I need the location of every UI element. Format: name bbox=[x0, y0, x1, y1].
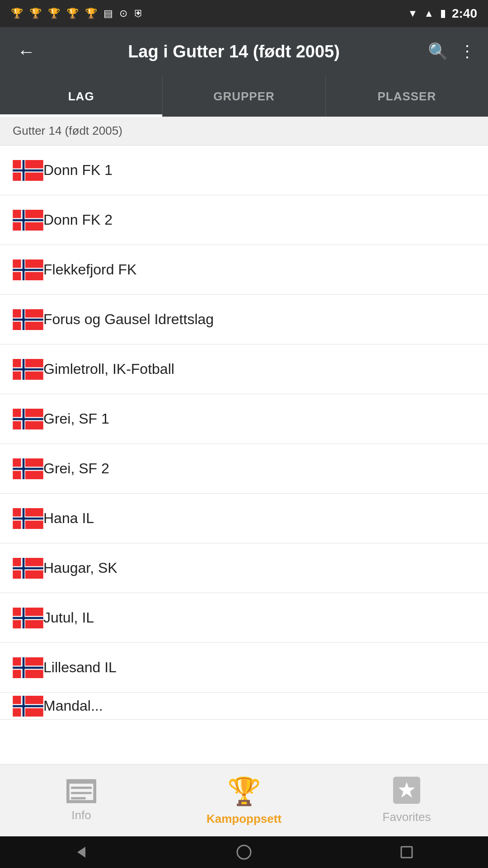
norway-flag-icon bbox=[13, 558, 43, 579]
norway-flag-icon bbox=[13, 259, 43, 280]
svg-point-70 bbox=[237, 845, 251, 859]
norway-flag-icon bbox=[13, 508, 43, 529]
status-icons-left: 🏆 🏆 🏆 🏆 🏆 ▤ ⊙ ⛨ bbox=[11, 8, 144, 19]
team-name: Mandal... bbox=[43, 698, 103, 714]
favorites-icon bbox=[393, 777, 420, 806]
circle-icon: ⊙ bbox=[119, 8, 127, 19]
android-home-button[interactable] bbox=[233, 841, 255, 863]
trophy-icon-3: 🏆 bbox=[48, 8, 60, 19]
svg-rect-34 bbox=[13, 467, 43, 470]
back-button[interactable]: ← bbox=[13, 37, 40, 66]
svg-rect-65 bbox=[71, 792, 92, 794]
team-list: Donn FK 1 Donn FK 2 Flekkefjord FK bbox=[0, 146, 488, 767]
nav-item-favorites[interactable]: Favorites bbox=[325, 777, 488, 824]
svg-rect-49 bbox=[13, 617, 43, 619]
svg-rect-62 bbox=[93, 782, 96, 803]
norway-flag-icon bbox=[13, 210, 43, 231]
time-display: 2:40 bbox=[452, 6, 477, 21]
norway-flag-icon bbox=[13, 309, 43, 330]
nav-item-info[interactable]: Info bbox=[0, 778, 163, 822]
status-icons-right: ▼ ▲ ▮ 2:40 bbox=[408, 6, 477, 21]
list-item[interactable]: Haugar, SK bbox=[0, 543, 488, 593]
android-recents-button[interactable] bbox=[395, 841, 418, 863]
team-name: Flekkefjord FK bbox=[43, 261, 136, 278]
list-item[interactable]: Gimletroll, IK-Fotball bbox=[0, 344, 488, 394]
signal-icon: ▲ bbox=[424, 8, 434, 19]
norway-flag-icon bbox=[13, 458, 43, 479]
list-item[interactable]: Donn FK 1 bbox=[0, 146, 488, 195]
page-title: Lag i Gutter 14 (født 2005) bbox=[49, 42, 419, 61]
nav-label-kampoppsett: Kampoppsett bbox=[206, 812, 282, 826]
svg-rect-39 bbox=[13, 517, 43, 519]
list-item[interactable]: Hana IL bbox=[0, 494, 488, 543]
list-item[interactable]: Grei, SF 2 bbox=[0, 444, 488, 494]
svg-rect-54 bbox=[13, 666, 43, 669]
tab-lag[interactable]: LAG bbox=[0, 76, 163, 117]
tab-grupper[interactable]: GRUPPER bbox=[163, 76, 325, 117]
norway-flag-icon bbox=[13, 608, 43, 628]
trophy-icon-2: 🏆 bbox=[29, 8, 42, 19]
nav-label-info: Info bbox=[71, 808, 91, 822]
svg-rect-19 bbox=[13, 318, 43, 321]
top-bar-actions: 🔍 ⋮ bbox=[428, 42, 475, 61]
team-name: Lillesand IL bbox=[43, 659, 117, 676]
norway-flag-icon bbox=[13, 160, 43, 181]
trophy-icon-4: 🏆 bbox=[66, 8, 79, 19]
list-item[interactable]: Grei, SF 1 bbox=[0, 394, 488, 444]
list-item[interactable]: Forus og Gausel Idrettslag bbox=[0, 295, 488, 344]
bottom-nav: Info 🏆 Kampoppsett Favorites bbox=[0, 764, 488, 836]
team-name: Forus og Gausel Idrettslag bbox=[43, 311, 214, 328]
team-name: Grei, SF 1 bbox=[43, 410, 109, 427]
tab-plasser[interactable]: PLASSER bbox=[326, 76, 488, 117]
team-name: Gimletroll, IK-Fotball bbox=[43, 361, 174, 377]
trophy-icon-1: 🏆 bbox=[11, 8, 23, 19]
svg-rect-63 bbox=[66, 800, 96, 803]
svg-rect-9 bbox=[13, 219, 43, 221]
list-item[interactable]: Flekkefjord FK bbox=[0, 245, 488, 295]
svg-rect-64 bbox=[71, 787, 92, 789]
list-item[interactable]: Lillesand IL bbox=[0, 643, 488, 693]
shield-icon: ⛨ bbox=[134, 8, 144, 19]
list-item[interactable]: Donn FK 2 bbox=[0, 195, 488, 245]
nav-label-favorites: Favorites bbox=[383, 810, 431, 824]
norway-flag-icon bbox=[13, 409, 43, 429]
trophy-nav-icon: 🏆 bbox=[227, 775, 261, 807]
tab-bar: LAG GRUPPER PLASSER bbox=[0, 76, 488, 117]
svg-rect-24 bbox=[13, 368, 43, 370]
team-name: Hana IL bbox=[43, 510, 94, 527]
top-bar: ← Lag i Gutter 14 (født 2005) 🔍 ⋮ bbox=[0, 27, 488, 76]
svg-rect-44 bbox=[13, 567, 43, 569]
search-button[interactable]: 🔍 bbox=[428, 42, 448, 61]
svg-rect-60 bbox=[66, 779, 96, 784]
android-back-button[interactable] bbox=[70, 841, 93, 863]
svg-rect-61 bbox=[66, 782, 70, 803]
norway-flag-icon bbox=[13, 359, 43, 380]
team-name: Jutul, IL bbox=[43, 609, 94, 626]
status-bar: 🏆 🏆 🏆 🏆 🏆 ▤ ⊙ ⛨ ▼ ▲ ▮ 2:40 bbox=[0, 0, 488, 27]
android-nav-bar bbox=[0, 836, 488, 868]
svg-rect-4 bbox=[13, 169, 43, 171]
team-name: Donn FK 2 bbox=[43, 212, 113, 228]
svg-rect-14 bbox=[13, 269, 43, 271]
nav-item-kampoppsett[interactable]: 🏆 Kampoppsett bbox=[163, 775, 325, 826]
trophy-icon-5: 🏆 bbox=[85, 8, 97, 19]
norway-flag-icon bbox=[13, 657, 43, 678]
team-name: Donn FK 1 bbox=[43, 162, 113, 179]
list-item[interactable]: Jutul, IL bbox=[0, 593, 488, 643]
section-label: Gutter 14 (født 2005) bbox=[0, 117, 488, 146]
team-name: Grei, SF 2 bbox=[43, 460, 109, 477]
norway-flag-icon bbox=[13, 696, 43, 717]
info-icon bbox=[66, 778, 96, 804]
wifi-icon: ▼ bbox=[408, 8, 418, 19]
svg-rect-29 bbox=[13, 418, 43, 420]
sdcard-icon: ▤ bbox=[103, 8, 113, 19]
svg-rect-59 bbox=[13, 705, 43, 707]
list-item[interactable]: Mandal... bbox=[0, 693, 488, 720]
svg-rect-66 bbox=[71, 797, 86, 799]
battery-icon: ▮ bbox=[440, 8, 446, 19]
team-name: Haugar, SK bbox=[43, 560, 117, 576]
svg-marker-69 bbox=[77, 847, 85, 858]
svg-rect-71 bbox=[401, 847, 412, 858]
more-options-button[interactable]: ⋮ bbox=[459, 42, 475, 61]
